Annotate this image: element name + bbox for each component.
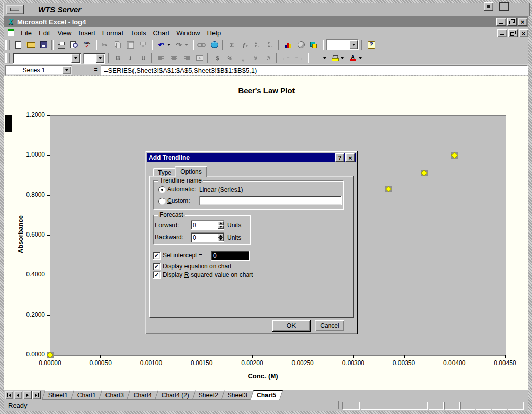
sheet-tab-chart5[interactable]: Chart5	[250, 390, 283, 400]
spin-up-button[interactable]	[218, 234, 224, 238]
next-sheet-button[interactable]	[23, 391, 32, 399]
fill-color-button[interactable]	[328, 52, 346, 64]
toolbar-separator	[278, 40, 280, 50]
sheet-tab-chart3[interactable]: Chart3	[99, 390, 130, 400]
borders-button[interactable]	[310, 52, 328, 64]
automatic-radio[interactable]	[158, 186, 166, 193]
display-equation-checkbox[interactable]	[153, 263, 161, 270]
menu-item-chart[interactable]: Chart	[149, 28, 173, 38]
toolbar-drag-handle[interactable]	[5, 53, 10, 63]
workbook-icon[interactable]	[7, 29, 15, 37]
new-document-button[interactable]	[12, 39, 24, 51]
zoom-combo-arrow[interactable]	[349, 40, 358, 49]
office-assistant-help-button[interactable]	[365, 39, 378, 51]
increase-indent-icon	[295, 54, 303, 62]
spelling-button[interactable]	[81, 39, 93, 51]
first-sheet-button[interactable]	[5, 391, 13, 399]
font-size-combo[interactable]	[83, 53, 105, 64]
workbook-minimize-button[interactable]	[497, 29, 507, 37]
print-preview-button[interactable]	[68, 39, 81, 51]
font-name-combo[interactable]	[13, 53, 81, 64]
menu-item-view[interactable]: View	[54, 28, 75, 38]
menu-item-window[interactable]: Window	[173, 28, 203, 38]
dialog-titlebar[interactable]: Add Trendline	[147, 153, 356, 162]
undo-button[interactable]	[154, 39, 172, 51]
drawing-button[interactable]	[307, 39, 320, 51]
toolbar-separator	[95, 40, 97, 50]
custom-radio[interactable]	[158, 198, 166, 205]
menu-item-tools[interactable]: Tools	[127, 28, 149, 38]
session-maximize-button[interactable]	[497, 1, 510, 11]
menu-item-file[interactable]: File	[17, 28, 35, 38]
dropdown-arrow-icon	[359, 57, 362, 59]
session-menu-button[interactable]	[6, 5, 24, 14]
formula-input[interactable]: =SERIES(,Sheet3!$A$1:$A$5,Sheet3!$B$1:$B…	[101, 65, 528, 75]
spin-up-button[interactable]	[218, 221, 224, 225]
menu-item-label: ile	[25, 29, 32, 37]
app-titlebar[interactable]: X Microsoft Excel - log4	[4, 16, 528, 28]
open-folder-button[interactable]	[24, 39, 37, 51]
formatting-toolbar	[4, 51, 528, 65]
spin-down-button[interactable]	[218, 225, 224, 229]
name-box-dropdown[interactable]	[62, 66, 71, 74]
sheet-tab-sheet1[interactable]: Sheet1	[42, 390, 74, 400]
custom-name-input[interactable]	[199, 196, 342, 205]
trendline-name-legend: Trendline name	[158, 177, 203, 184]
sheet-tab-chart4-2[interactable]: Chart4 (2)	[155, 390, 196, 400]
menu-item-format[interactable]: Format	[99, 28, 127, 38]
print-button[interactable]	[55, 39, 68, 51]
dialog-close-button[interactable]	[345, 153, 355, 162]
tab-options[interactable]: Options	[175, 166, 207, 177]
insert-hyperlink-button	[195, 39, 208, 51]
web-toolbar-button[interactable]	[208, 39, 221, 51]
save-floppy-button[interactable]	[37, 39, 50, 51]
map-button[interactable]	[295, 39, 307, 51]
workbook-close-button[interactable]	[519, 29, 528, 37]
intercept-value-input[interactable]: 0	[211, 251, 250, 261]
chart-wizard-button[interactable]	[282, 39, 295, 51]
sheet-tab-label: Chart5	[257, 392, 276, 399]
paste-function-button	[238, 39, 251, 51]
sheet-tab-sheet3[interactable]: Sheet3	[221, 390, 254, 400]
font-name-combo-arrow[interactable]	[71, 54, 80, 63]
display-rsquared-checkbox[interactable]	[153, 271, 161, 279]
paste-function-icon	[241, 41, 249, 49]
zoom-combo[interactable]	[326, 39, 359, 50]
session-restore-button[interactable]	[484, 2, 493, 11]
ok-button[interactable]: OK	[272, 320, 310, 331]
toolbar-drag-handle[interactable]	[5, 40, 10, 50]
cancel-button[interactable]: Cancel	[315, 320, 344, 331]
status-panel	[508, 402, 524, 410]
restore-button[interactable]	[507, 18, 517, 26]
font-size-combo-arrow[interactable]	[96, 54, 104, 63]
forward-spinner[interactable]: 0	[191, 220, 224, 230]
last-sheet-button[interactable]	[32, 391, 41, 399]
print-preview-icon	[70, 41, 78, 49]
close-button[interactable]	[518, 18, 527, 26]
name-box[interactable]: Series 1	[5, 65, 72, 75]
menu-item-help[interactable]: Help	[203, 28, 224, 38]
workbook-restore-button[interactable]	[508, 29, 518, 37]
dialog-help-button[interactable]	[335, 153, 344, 162]
edit-formula-button[interactable]: =	[92, 66, 100, 74]
sheet-tab-sheet2[interactable]: Sheet2	[192, 390, 225, 400]
align-right-button	[180, 52, 193, 64]
decrease-decimal-button	[262, 52, 275, 64]
currency-icon	[213, 54, 222, 62]
sheet-tab-chart1[interactable]: Chart1	[71, 390, 102, 400]
set-intercept-checkbox[interactable]	[153, 252, 161, 260]
save-floppy-icon	[39, 41, 48, 49]
cut-icon	[100, 41, 109, 49]
font-color-button[interactable]	[346, 52, 364, 64]
sort-ascending-icon	[253, 41, 262, 49]
backward-spinner[interactable]: 0	[191, 232, 224, 242]
menu-item-edit[interactable]: Edit	[35, 28, 54, 38]
sheet-tab-chart4[interactable]: Chart4	[127, 390, 158, 400]
minimize-button[interactable]	[496, 18, 506, 26]
menu-item-label: hart	[158, 29, 169, 37]
toolbar-separator	[322, 40, 324, 50]
previous-sheet-button[interactable]	[14, 391, 22, 399]
menu-item-insert[interactable]: Insert	[75, 28, 99, 38]
spin-down-button[interactable]	[218, 238, 224, 242]
session-titlebar[interactable]: WTS Server	[3, 3, 530, 16]
